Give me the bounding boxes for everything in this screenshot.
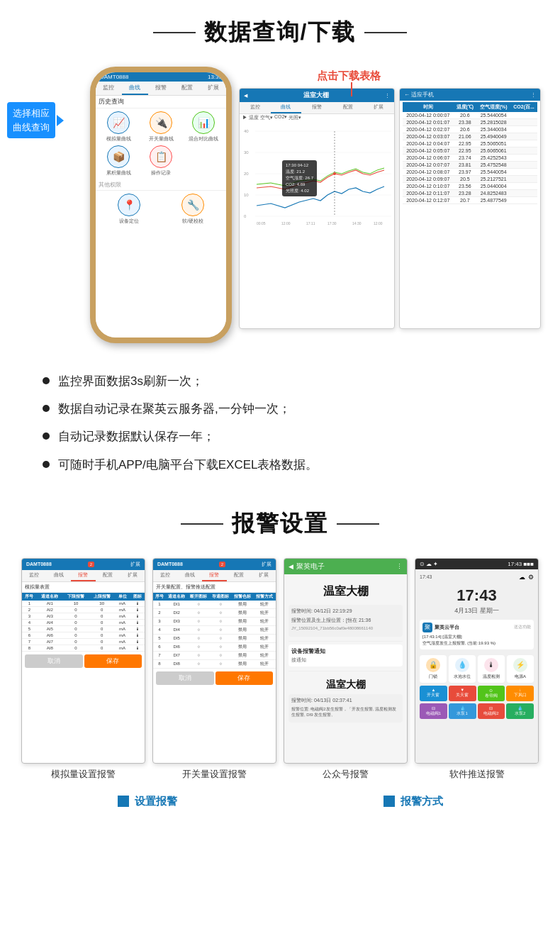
table-row: 2DI2○○禁用轮开 — [153, 608, 276, 617]
table-row: 2AI200mA🌡 — [22, 606, 145, 613]
cancel-btn[interactable]: 取消 — [25, 654, 83, 668]
action-close-skylight[interactable]: ▼关天窗 — [449, 686, 476, 701]
table-row: 2020-04-12 0:01:0723.3825.2815028 — [403, 119, 537, 126]
table-row: 2020-04-12 0:00:0720.625.5440054 — [403, 112, 537, 119]
action-solenoid2[interactable]: ⊟电磁阀2 — [478, 703, 505, 719]
set-alarm-text: 设置报警 — [135, 795, 177, 808]
table-row: 2020-04-12 0:12:0720.725.4877549 — [403, 197, 537, 204]
svg-text:12:00: 12:00 — [374, 221, 383, 225]
table-row: 8AI800mA🌡 — [22, 645, 145, 651]
op-record[interactable]: 📋 操作记录 — [141, 145, 181, 177]
quick-btn-water[interactable]: 💧 水池水位 — [449, 655, 476, 683]
nav-alarm[interactable]: 报警 — [148, 82, 174, 95]
action-open-skylight[interactable]: ▲开天窗 — [420, 686, 447, 701]
action-vent[interactable]: ↓下风口 — [506, 686, 534, 701]
table-row: 3AI300mA🌡 — [22, 613, 145, 619]
bottom-info-row: 设置报警 报警方式 — [0, 788, 560, 820]
action-solenoid1[interactable]: ⊟电磁阀1 — [420, 703, 447, 719]
notice-box: 设备报警通知 接通知 — [289, 645, 403, 666]
analog-alarm-header: DAMT0888 2 扩展 — [22, 559, 145, 570]
table-row: 2020-04-12 0:07:0723.8125.4752548 — [403, 162, 537, 169]
bullet-4: 可随时手机APP/电脑平台下载EXCEL表格数据。 — [43, 455, 517, 474]
switch-alarm-header: DAMT0888 2 扩展 — [153, 559, 276, 570]
push-alarm-wrapper: ⊙ ☁ ✦ 17:43 ■■■ 17:43 ☁⚙ 17:43 4月13日 星期一… — [415, 558, 539, 781]
table-row: 5DI5○○禁用轮开 — [153, 634, 276, 642]
bullet-section: 监控界面数据3s刷新一次； 数据自动记录在聚英云服务器,一分钟一次； 自动记录数… — [0, 357, 560, 497]
svg-text:14:30: 14:30 — [352, 221, 362, 225]
table-row: 7AI700mA🌡 — [22, 638, 145, 645]
quick-btn-power[interactable]: ⚡ 电源A — [507, 655, 534, 683]
chart-screen: ◀ 温室大棚 ⋮ 监控 曲线 报警 配置 扩展 ▶ 温度空气▾CO2▾光照▾ 4… — [239, 88, 395, 329]
section2-header: 报警设置 — [0, 497, 560, 551]
nav-expand[interactable]: 扩展 — [200, 82, 226, 95]
nav-monitor[interactable]: 监控 — [96, 82, 122, 95]
nav-config[interactable]: 配置 — [174, 82, 200, 95]
push-notif: 聚 聚英云平台 送达功能 [17:43:14] [温室大棚]空气湿度发生上报报警… — [420, 620, 534, 649]
public-alarm-screen: ◀ 聚英电子 ⋮ 温室大棚 报警时间: 04/12日 22:19:29 报警位置… — [284, 558, 408, 764]
analog-alarm-wrapper: DAMT0888 2 扩展 监控 曲线 报警 配置 扩展 模拟量表置 序号 通道… — [21, 558, 145, 781]
greenhouse-title2: 温室大棚 — [289, 676, 403, 694]
analog-curve[interactable]: 📈 模拟量曲线 — [99, 111, 138, 143]
phone-status-bar: DAMT088813:39 — [96, 72, 226, 82]
push-time: 17:43 — [420, 582, 534, 606]
phones-area: 选择相应曲线查询 DAMT088813:39 监控 曲线 报警 配置 扩展 历史… — [0, 60, 560, 357]
table-row: 7DI7○○禁用轮开 — [153, 651, 276, 659]
chart-nav-alarm[interactable]: 报警 — [301, 102, 332, 113]
analog-label: 模拟量设置报警 — [51, 768, 116, 781]
quick-btn-temp[interactable]: 🌡 温度检测 — [478, 655, 505, 683]
chart-tooltip: 17:30 04-12 温度: 21.2 空气湿度: 26.7 CO2: 4.6… — [282, 160, 317, 196]
quick-btns: 🔒 门锁 💧 水池水位 🌡 温度检测 ⚡ 电源A — [420, 652, 534, 686]
chart-area: 40 30 20 10 0 — [240, 121, 394, 277]
action-pump1[interactable]: 💧水泵1 — [449, 703, 476, 719]
save-btn[interactable]: 保存 — [84, 654, 142, 668]
table-row: 2020-04-12 0:03:0721.0625.4940049 — [403, 133, 537, 140]
analog-alarm-nav: 监控 曲线 报警 配置 扩展 — [22, 570, 145, 582]
switch-curve[interactable]: 🔌 开关量曲线 — [141, 111, 181, 143]
chart-nav-monitor[interactable]: 监控 — [240, 102, 271, 113]
chart-nav-curve[interactable]: 曲线 — [271, 102, 302, 113]
nav-curve[interactable]: 曲线 — [122, 82, 148, 95]
chart-nav-expand[interactable]: 扩展 — [363, 102, 394, 113]
phone-mockup: DAMT088813:39 监控 曲线 报警 配置 扩展 历史查询 📈 模拟量曲… — [90, 67, 232, 343]
bullet-1: 监控界面数据3s刷新一次； — [43, 372, 517, 391]
device-locate[interactable]: 📍 设备定位 — [99, 194, 159, 225]
download-label: 点击下载表格 — [317, 69, 381, 83]
analog-alarm-table: 序号 通道名称 下限报警 上限报警 单位 图标 1AI11030mA🌡 2AI2… — [22, 593, 145, 652]
push-alarm-screen: ⊙ ☁ ✦ 17:43 ■■■ 17:43 ☁⚙ 17:43 4月13日 星期一… — [415, 558, 539, 764]
analog-btn-bar: 取消 保存 — [22, 652, 145, 671]
bullet-2: 数据自动记录在聚英云服务器,一分钟一次； — [43, 399, 517, 418]
svg-point-11 — [333, 172, 336, 175]
greenhouse-title1: 温室大棚 — [289, 579, 403, 605]
quick-btn-door[interactable]: 🔒 门锁 — [420, 655, 447, 683]
soft-hard-cal[interactable]: 🔧 软/硬校校 — [162, 194, 223, 225]
svg-text:0: 0 — [244, 214, 247, 218]
table-row: 1DI1○○禁用轮开 — [153, 601, 276, 609]
action-roller[interactable]: ⊙卷帘阀 — [478, 686, 505, 701]
save-btn2[interactable]: 保存 — [215, 671, 274, 685]
table-row: 2020-04-12 0:08:0723.9725.5440054 — [403, 169, 537, 176]
action-pump2[interactable]: 💧水泵2 — [506, 703, 534, 719]
blue-square-1 — [118, 796, 129, 807]
accum-curve[interactable]: 📦 累积量曲线 — [99, 145, 138, 177]
select-label: 选择相应曲线查询 — [7, 102, 55, 138]
public-label: 公众号报警 — [323, 768, 369, 781]
chart-nav-config[interactable]: 配置 — [332, 102, 364, 113]
table-row: 5AI500mA🌡 — [22, 625, 145, 632]
svg-text:12:00: 12:00 — [281, 221, 291, 225]
cancel-btn2[interactable]: 取消 — [156, 671, 214, 685]
table-row: 2020-04-12 0:05:0722.9525.6065061 — [403, 147, 537, 155]
blue-square-2 — [383, 796, 395, 807]
svg-text:20: 20 — [244, 172, 249, 176]
table-row: 2020-04-12 0:10:0723.5625.0440004 — [403, 183, 537, 190]
push-date: 4月13日 星期一 — [420, 606, 534, 615]
set-alarm-info: 设置报警 — [118, 795, 177, 808]
table-header: ← 适应手机 ⋮ — [400, 89, 540, 101]
data-table-screen: ← 适应手机 ⋮ 时间 温度(℃) 空气湿度(%) CO2(百... 2020-… — [399, 88, 541, 329]
switch-alarm-wrapper: DAMT0888 2 扩展 监控 曲线 报警 配置 扩展 开关量配置、报警推送配… — [152, 558, 276, 781]
table-row: 4DI4○○禁用轮开 — [153, 625, 276, 634]
chart-header: ◀ 温室大棚 ⋮ — [240, 89, 394, 102]
table-row: 8DI8○○禁用轮开 — [153, 659, 276, 668]
switch-label: 开关量设置报警 — [182, 768, 247, 781]
phone-nav: 监控 曲线 报警 配置 扩展 — [96, 82, 226, 96]
mixed-curve[interactable]: 📊 混合对比曲线 — [184, 111, 223, 143]
